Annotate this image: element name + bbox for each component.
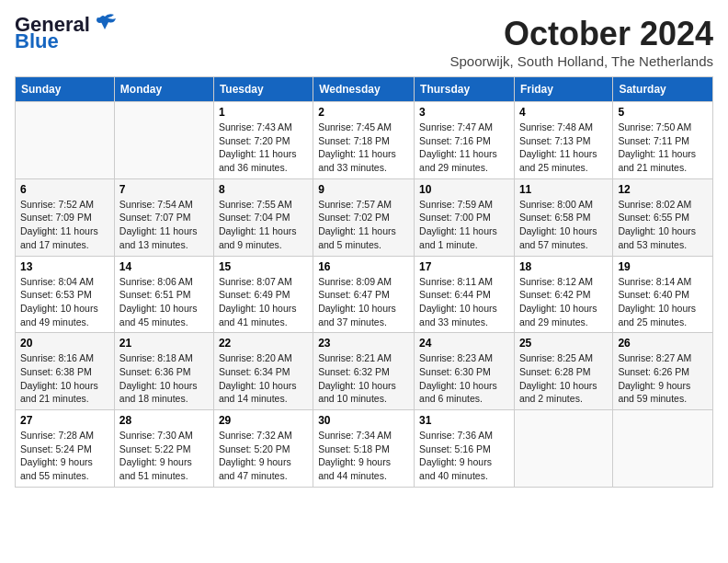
cell-info: Sunset: 6:49 PM <box>219 288 308 302</box>
cell-info: Daylight: 9 hours and 40 minutes. <box>419 455 509 482</box>
cell-info: Daylight: 11 hours and 13 minutes. <box>119 224 209 251</box>
cell-info: Sunrise: 7:55 AM <box>219 198 308 212</box>
cell-info: Daylight: 10 hours and 45 minutes. <box>119 302 209 328</box>
cell-info: Sunset: 7:07 PM <box>119 211 209 224</box>
calendar-cell: 3Sunrise: 7:47 AMSunset: 7:16 PMDaylight… <box>415 102 515 179</box>
day-number: 13 <box>20 260 109 273</box>
calendar-cell: 22Sunrise: 8:20 AMSunset: 6:34 PMDayligh… <box>213 333 313 410</box>
day-number: 3 <box>419 106 509 119</box>
cell-info: Daylight: 10 hours and 29 minutes. <box>519 302 608 328</box>
cell-info: Sunrise: 8:09 AM <box>318 275 409 289</box>
title-block: October 2024 Spoorwijk, South Holland, T… <box>449 15 713 69</box>
calendar-cell: 9Sunrise: 7:57 AMSunset: 7:02 PMDaylight… <box>313 178 415 256</box>
day-number: 30 <box>318 414 409 427</box>
cell-info: Sunrise: 8:27 AM <box>618 351 708 365</box>
day-number: 10 <box>419 183 509 196</box>
calendar-cell: 15Sunrise: 8:07 AMSunset: 6:49 PMDayligh… <box>213 256 313 333</box>
cell-info: Daylight: 11 hours and 9 minutes. <box>219 224 308 251</box>
cell-info: Sunrise: 7:43 AM <box>219 121 308 134</box>
day-number: 1 <box>219 106 308 119</box>
calendar-cell: 24Sunrise: 8:23 AMSunset: 6:30 PMDayligh… <box>415 333 515 410</box>
calendar-cell: 27Sunrise: 7:28 AMSunset: 5:24 PMDayligh… <box>16 410 115 488</box>
calendar-cell: 30Sunrise: 7:34 AMSunset: 5:18 PMDayligh… <box>313 410 415 488</box>
week-row-4: 20Sunrise: 8:16 AMSunset: 6:38 PMDayligh… <box>16 333 713 410</box>
cell-info: Sunset: 6:44 PM <box>419 288 509 302</box>
cell-info: Sunrise: 7:54 AM <box>119 198 209 212</box>
day-number: 21 <box>119 337 209 350</box>
calendar-cell: 10Sunrise: 7:59 AMSunset: 7:00 PMDayligh… <box>415 178 515 256</box>
day-number: 26 <box>618 337 708 350</box>
calendar-cell <box>16 102 115 179</box>
cell-info: Sunset: 6:26 PM <box>618 365 708 379</box>
calendar-table: SundayMondayTuesdayWednesdayThursdayFrid… <box>15 76 713 488</box>
day-number: 29 <box>219 414 308 427</box>
calendar-cell <box>613 410 713 488</box>
calendar-cell <box>514 410 612 488</box>
cell-info: Sunrise: 8:00 AM <box>519 198 608 212</box>
cell-info: Daylight: 10 hours and 21 minutes. <box>20 379 109 406</box>
day-number: 4 <box>519 106 608 119</box>
cell-info: Sunrise: 7:57 AM <box>318 198 409 212</box>
cell-info: Daylight: 10 hours and 49 minutes. <box>20 302 109 328</box>
cell-info: Sunset: 6:47 PM <box>318 288 409 302</box>
cell-info: Daylight: 9 hours and 59 minutes. <box>618 379 708 406</box>
cell-info: Daylight: 11 hours and 25 minutes. <box>519 147 608 174</box>
cell-info: Daylight: 11 hours and 5 minutes. <box>318 224 409 251</box>
day-number: 28 <box>119 414 209 427</box>
cell-info: Daylight: 11 hours and 1 minute. <box>419 224 509 251</box>
calendar-cell: 16Sunrise: 8:09 AMSunset: 6:47 PMDayligh… <box>313 256 415 333</box>
logo: General Blue <box>15 15 118 52</box>
cell-info: Sunrise: 7:32 AM <box>219 429 308 442</box>
day-number: 7 <box>119 183 209 196</box>
calendar-cell: 12Sunrise: 8:02 AMSunset: 6:55 PMDayligh… <box>613 178 713 256</box>
cell-info: Daylight: 10 hours and 18 minutes. <box>119 379 209 406</box>
day-number: 2 <box>318 106 409 119</box>
cell-info: Daylight: 11 hours and 17 minutes. <box>20 224 109 251</box>
day-number: 8 <box>219 183 308 196</box>
calendar-cell: 19Sunrise: 8:14 AMSunset: 6:40 PMDayligh… <box>613 256 713 333</box>
cell-info: Sunset: 6:38 PM <box>20 365 109 379</box>
cell-info: Daylight: 11 hours and 33 minutes. <box>318 147 409 174</box>
logo-bird-icon <box>92 13 118 31</box>
cell-info: Sunset: 6:53 PM <box>20 288 109 302</box>
calendar-cell: 29Sunrise: 7:32 AMSunset: 5:20 PMDayligh… <box>213 410 313 488</box>
day-header-saturday: Saturday <box>613 77 713 102</box>
day-header-wednesday: Wednesday <box>313 77 415 102</box>
cell-info: Sunset: 5:20 PM <box>219 442 308 456</box>
week-row-3: 13Sunrise: 8:04 AMSunset: 6:53 PMDayligh… <box>16 256 713 333</box>
cell-info: Sunset: 6:36 PM <box>119 365 209 379</box>
cell-info: Sunrise: 7:48 AM <box>519 121 608 134</box>
cell-info: Sunset: 6:58 PM <box>519 211 608 224</box>
location-subtitle: Spoorwijk, South Holland, The Netherland… <box>449 53 713 69</box>
calendar-cell: 18Sunrise: 8:12 AMSunset: 6:42 PMDayligh… <box>514 256 612 333</box>
day-header-monday: Monday <box>114 77 213 102</box>
cell-info: Sunset: 7:11 PM <box>618 134 708 148</box>
cell-info: Sunrise: 7:52 AM <box>20 198 109 212</box>
cell-info: Daylight: 10 hours and 57 minutes. <box>519 224 608 251</box>
cell-info: Daylight: 9 hours and 47 minutes. <box>219 455 308 482</box>
cell-info: Sunrise: 7:50 AM <box>618 121 708 134</box>
cell-info: Sunrise: 7:36 AM <box>419 429 509 442</box>
day-number: 19 <box>618 260 708 273</box>
day-number: 5 <box>618 106 708 119</box>
cell-info: Sunrise: 8:18 AM <box>119 351 209 365</box>
calendar-cell: 17Sunrise: 8:11 AMSunset: 6:44 PMDayligh… <box>415 256 515 333</box>
calendar-cell: 14Sunrise: 8:06 AMSunset: 6:51 PMDayligh… <box>114 256 213 333</box>
day-number: 15 <box>219 260 308 273</box>
calendar-cell: 31Sunrise: 7:36 AMSunset: 5:16 PMDayligh… <box>415 410 515 488</box>
cell-info: Daylight: 11 hours and 29 minutes. <box>419 147 509 174</box>
calendar-cell <box>114 102 213 179</box>
cell-info: Sunset: 6:28 PM <box>519 365 608 379</box>
cell-info: Sunrise: 7:59 AM <box>419 198 509 212</box>
cell-info: Sunrise: 8:02 AM <box>618 198 708 212</box>
day-number: 24 <box>419 337 509 350</box>
cell-info: Daylight: 10 hours and 14 minutes. <box>219 379 308 406</box>
calendar-cell: 1Sunrise: 7:43 AMSunset: 7:20 PMDaylight… <box>213 102 313 179</box>
cell-info: Sunset: 7:04 PM <box>219 211 308 224</box>
cell-info: Sunrise: 8:04 AM <box>20 275 109 289</box>
week-row-1: 1Sunrise: 7:43 AMSunset: 7:20 PMDaylight… <box>16 102 713 179</box>
cell-info: Sunrise: 7:28 AM <box>20 429 109 442</box>
cell-info: Sunset: 6:40 PM <box>618 288 708 302</box>
day-number: 31 <box>419 414 509 427</box>
calendar-cell: 11Sunrise: 8:00 AMSunset: 6:58 PMDayligh… <box>514 178 612 256</box>
